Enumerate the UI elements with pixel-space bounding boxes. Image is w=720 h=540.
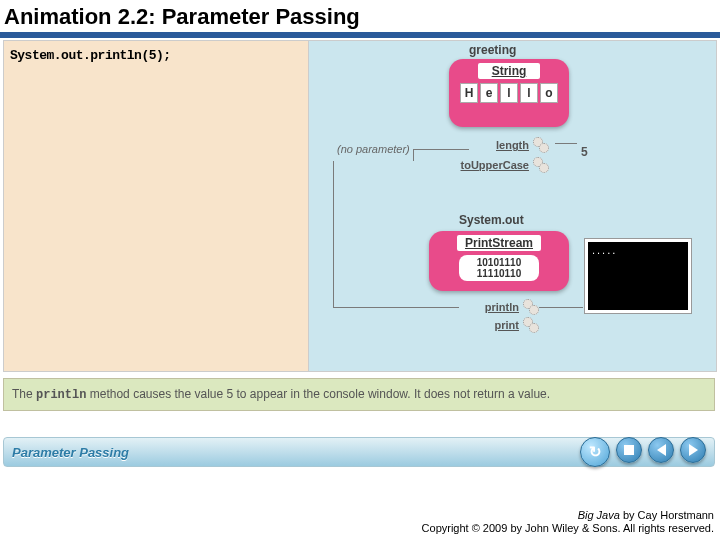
prev-button[interactable] [648, 437, 674, 463]
playback-bar: Parameter Passing ↻ [3, 437, 715, 467]
char-cell: o [540, 83, 558, 103]
connector [413, 149, 414, 161]
method-length-label: length [459, 139, 529, 151]
credit-book: Big Java [578, 509, 620, 521]
caption-post: method causes the value 5 to appear in t… [86, 387, 550, 401]
method-uppercase-label: toUpperCase [459, 159, 529, 171]
gears-icon [523, 317, 539, 333]
connector [555, 143, 577, 144]
connector [333, 307, 459, 308]
credit-author: by Cay Horstmann [620, 509, 714, 521]
stop-icon [624, 445, 634, 455]
animation-stage: System.out.println(5); greeting String H… [3, 40, 717, 372]
credit-block: Big Java by Cay Horstmann Copyright © 20… [422, 509, 714, 537]
caption-mono: println [36, 388, 86, 402]
arrow-left-icon [657, 444, 666, 456]
binary-display: 10101110 11110110 [459, 255, 539, 281]
char-cell: l [520, 83, 538, 103]
string-object-box: String H e l l o [449, 59, 569, 127]
printstream-object-box: PrintStream 10101110 11110110 [429, 231, 569, 291]
refresh-icon: ↻ [589, 443, 602, 461]
string-chars-row: H e l l o [449, 83, 569, 103]
method-uppercase-row: toUpperCase [459, 157, 549, 173]
printstream-class-name: PrintStream [457, 235, 541, 251]
stop-button[interactable] [616, 437, 642, 463]
gears-icon [533, 157, 549, 173]
method-length-row: length [459, 137, 549, 153]
binary-row: 11110110 [459, 268, 539, 279]
console-output-text: ..... [588, 242, 688, 258]
length-result-value: 5 [581, 145, 588, 159]
method-println-row: println [449, 299, 539, 315]
object-diagram-pane: greeting String H e l l o (no parameter)… [309, 40, 717, 372]
caption-bar: The println method causes the value 5 to… [3, 378, 715, 411]
gears-icon [523, 299, 539, 315]
page-title: Animation 2.2: Parameter Passing [0, 0, 720, 32]
playback-title: Parameter Passing [12, 445, 129, 460]
no-parameter-label: (no parameter) [337, 143, 410, 155]
caption-pre: The [12, 387, 36, 401]
playback-buttons: ↻ [580, 437, 706, 467]
char-cell: e [480, 83, 498, 103]
play-refresh-button[interactable]: ↻ [580, 437, 610, 467]
console-output-box: ..... [585, 239, 691, 313]
connector [539, 307, 583, 308]
method-println-label: println [449, 301, 519, 313]
binary-row: 10101110 [459, 257, 539, 268]
next-button[interactable] [680, 437, 706, 463]
code-pane: System.out.println(5); [3, 40, 309, 372]
arrow-right-icon [689, 444, 698, 456]
gears-icon [533, 137, 549, 153]
method-print-row: print [449, 317, 539, 333]
title-rule [0, 32, 720, 38]
greeting-label: greeting [469, 43, 516, 57]
credit-copyright: Copyright © 2009 by John Wiley & Sons. A… [422, 522, 714, 536]
code-snippet: System.out.println(5); [10, 48, 171, 63]
char-cell: H [460, 83, 478, 103]
char-cell: l [500, 83, 518, 103]
string-class-name: String [478, 63, 541, 79]
connector [333, 161, 334, 307]
systemout-label: System.out [459, 213, 524, 227]
method-print-label: print [449, 319, 519, 331]
